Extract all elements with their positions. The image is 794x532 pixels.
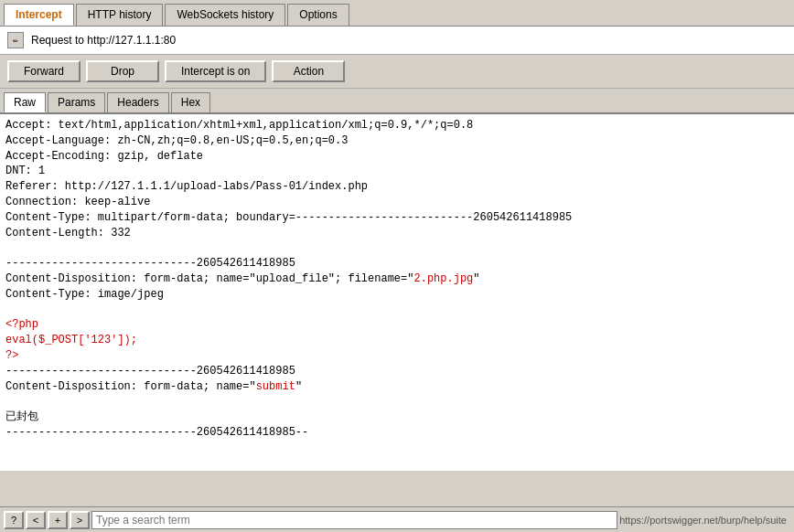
sub-tab-hex[interactable]: Hex — [171, 92, 210, 112]
sub-tab-headers[interactable]: Headers — [107, 92, 168, 112]
sub-tab-raw[interactable]: Raw — [4, 92, 46, 112]
request-content[interactable]: Accept: text/html,application/xhtml+xml,… — [0, 114, 794, 471]
prev-button[interactable]: < — [26, 511, 46, 529]
intercept-on-button[interactable]: Intercept is on — [165, 60, 266, 82]
request-url: Request to http://127.1.1.1:80 — [31, 34, 176, 47]
button-bar: Forward Drop Intercept is on Action — [0, 55, 794, 89]
drop-button[interactable]: Drop — [86, 60, 159, 82]
action-button[interactable]: Action — [272, 60, 345, 82]
request-icon: ✏ — [7, 32, 24, 48]
help-button[interactable]: ? — [4, 511, 24, 529]
tab-intercept[interactable]: Intercept — [4, 4, 74, 26]
tab-options[interactable]: Options — [287, 4, 349, 26]
add-button[interactable]: + — [48, 511, 68, 529]
search-input[interactable] — [91, 511, 617, 529]
bottom-bar: ? < + > https://portswigger.net/burp/hel… — [0, 506, 794, 532]
sub-tab-bar: Raw Params Headers Hex — [0, 89, 794, 114]
tab-http-history[interactable]: HTTP history — [76, 4, 164, 26]
forward-button[interactable]: Forward — [7, 60, 80, 82]
tab-websockets-history[interactable]: WebSockets history — [165, 4, 285, 26]
next-button[interactable]: > — [70, 511, 90, 529]
sub-tab-params[interactable]: Params — [48, 92, 105, 112]
status-url: https://portswigger.net/burp/help/suite — [619, 515, 790, 526]
main-tab-bar: Intercept HTTP history WebSockets histor… — [0, 0, 794, 27]
request-bar: ✏ Request to http://127.1.1.1:80 — [0, 27, 794, 55]
